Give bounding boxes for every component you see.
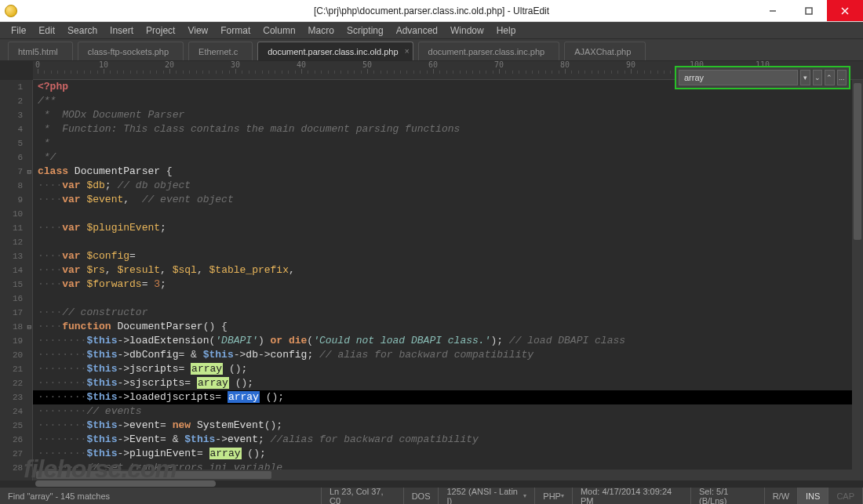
menu-format[interactable]: Format bbox=[214, 25, 257, 36]
status-lang[interactable]: PHP bbox=[535, 488, 573, 504]
code-line[interactable]: ········// events bbox=[33, 404, 852, 419]
menu-scripting[interactable]: Scripting bbox=[340, 25, 390, 36]
menu-column[interactable]: Column bbox=[257, 25, 301, 36]
code-line[interactable]: ········$this->jscripts= array (); bbox=[33, 362, 852, 376]
code-line[interactable]: * MODx Document Parser bbox=[33, 108, 852, 122]
code-line[interactable]: ········$this->dbConfig= & $this->db->co… bbox=[33, 348, 852, 362]
maximize-button[interactable] bbox=[791, 0, 827, 21]
code-line[interactable] bbox=[33, 207, 852, 221]
code-line[interactable]: */ bbox=[33, 150, 852, 165]
tab[interactable]: document.parser.class.inc.old.php× bbox=[257, 42, 413, 60]
menu-macro[interactable]: Macro bbox=[302, 25, 340, 36]
code-line[interactable]: ····var $pluginEvent; bbox=[33, 221, 852, 235]
titlebar: [C:\prj\php\document.parser.class.inc.ol… bbox=[0, 0, 863, 22]
app-icon bbox=[5, 5, 17, 17]
menu-help[interactable]: Help bbox=[490, 25, 523, 36]
code-line[interactable]: ····var $rs, $result, $sql, $table_prefi… bbox=[33, 263, 852, 277]
code-line[interactable]: ········$this->pluginEvent= array (); bbox=[33, 447, 852, 461]
code-line[interactable]: ····function DocumentParser() { bbox=[33, 320, 852, 334]
find-more-button[interactable]: ... bbox=[837, 70, 847, 85]
tab[interactable]: Ethernet.c bbox=[188, 42, 253, 60]
tab[interactable]: AJAXChat.php bbox=[564, 42, 646, 60]
window-title: [C:\prj\php\document.parser.class.inc.ol… bbox=[0, 5, 863, 16]
status-eol[interactable]: DOS bbox=[404, 488, 439, 504]
code-line[interactable]: /** bbox=[33, 94, 852, 108]
close-button[interactable] bbox=[827, 0, 863, 21]
code-line[interactable]: ········// set track_errors ini variable bbox=[33, 461, 852, 470]
menu-insert[interactable]: Insert bbox=[104, 25, 140, 36]
code-line[interactable]: ········$this->loadExtension('DBAPI') or… bbox=[33, 334, 852, 348]
status-rw[interactable]: R/W bbox=[765, 488, 798, 504]
menubar: FileEditSearchInsertProjectViewFormatCol… bbox=[0, 22, 863, 39]
code-line[interactable]: ····var $forwards= 3; bbox=[33, 277, 852, 292]
fold-icon[interactable]: ⊟ bbox=[26, 323, 32, 332]
code-line[interactable] bbox=[33, 292, 852, 306]
horizontal-scrollbar[interactable] bbox=[33, 470, 852, 480]
status-modified: Mod: 4/17/2014 3:09:24 PM bbox=[573, 488, 691, 504]
code-line[interactable]: ····// constructor bbox=[33, 306, 852, 320]
fold-icon[interactable]: ⊟ bbox=[26, 168, 32, 176]
vertical-scrollbar[interactable] bbox=[852, 80, 863, 480]
dropdown-icon[interactable]: ▾ bbox=[800, 70, 810, 85]
code-line[interactable]: * Function: This class contains the main… bbox=[33, 122, 852, 136]
code-line[interactable]: ········$this->sjscripts= array (); bbox=[33, 376, 852, 390]
code-line[interactable]: ········$this->loadedjscripts= array (); bbox=[33, 390, 852, 404]
find-next-button[interactable]: ⌄ bbox=[813, 70, 823, 85]
tab[interactable]: html5.html bbox=[8, 42, 73, 60]
find-prev-button[interactable]: ⌃ bbox=[825, 70, 835, 85]
tabstrip: html5.htmlclass-ftp-sockets.phpEthernet.… bbox=[0, 39, 863, 61]
status-find: Find "array" - 145 matches bbox=[0, 488, 322, 504]
code-line[interactable] bbox=[33, 235, 852, 249]
search-input[interactable] bbox=[679, 70, 798, 85]
menu-project[interactable]: Project bbox=[140, 25, 181, 36]
close-icon[interactable]: × bbox=[405, 47, 410, 56]
menu-file[interactable]: File bbox=[5, 25, 32, 36]
find-bar: ▾ ⌄ ⌃ ... bbox=[675, 66, 850, 89]
menu-search[interactable]: Search bbox=[61, 25, 104, 36]
tab[interactable]: class-ftp-sockets.php bbox=[78, 42, 184, 60]
code-line[interactable]: * bbox=[33, 136, 852, 150]
code-line[interactable]: ····var $db; // db object bbox=[33, 179, 852, 193]
code-line[interactable]: ····var $event, // event object bbox=[33, 193, 852, 207]
code-line[interactable]: ········$this->event= new SystemEvent(); bbox=[33, 419, 852, 433]
menu-advanced[interactable]: Advanced bbox=[390, 25, 444, 36]
status-selection: Sel: 5/1 (B/Lns) bbox=[691, 488, 765, 504]
status-encoding[interactable]: 1252 (ANSI - Latin I) bbox=[439, 488, 535, 504]
menu-edit[interactable]: Edit bbox=[32, 25, 61, 36]
minimize-button[interactable] bbox=[755, 0, 791, 21]
statusbar: Find "array" - 145 matches Ln 23, Col 37… bbox=[0, 487, 863, 504]
menu-view[interactable]: View bbox=[181, 25, 214, 36]
status-cap: CAP bbox=[828, 488, 863, 504]
status-ins[interactable]: INS bbox=[798, 488, 828, 504]
code-area[interactable]: <?php/** * MODx Document Parser * Functi… bbox=[33, 80, 852, 470]
code-line[interactable]: ········$this->Event= & $this->event; //… bbox=[33, 433, 852, 447]
status-pos: Ln 23, Col 37, C0 bbox=[322, 488, 404, 504]
gutter: 1234567⊟89101112131415161718⊟19202122232… bbox=[0, 80, 33, 480]
code-line[interactable]: ····var $config= bbox=[33, 249, 852, 263]
menu-window[interactable]: Window bbox=[444, 25, 490, 36]
tab[interactable]: document.parser.class.inc.php bbox=[418, 42, 560, 60]
editor[interactable]: 1234567⊟89101112131415161718⊟19202122232… bbox=[0, 80, 852, 480]
code-line[interactable]: class DocumentParser { bbox=[33, 165, 852, 179]
svg-rect-1 bbox=[806, 8, 812, 14]
